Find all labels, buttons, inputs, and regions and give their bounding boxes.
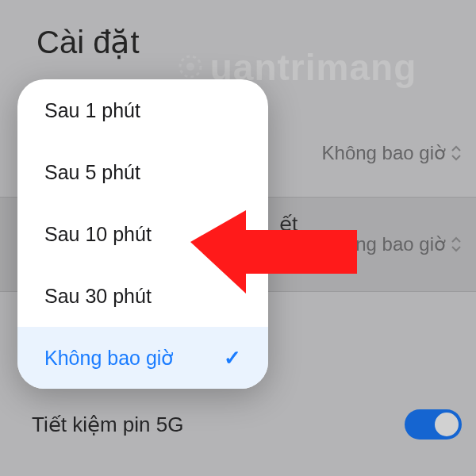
duration-picker-modal: Sau 1 phút Sau 5 phút Sau 10 phút Sau 30… — [17, 79, 268, 389]
option-label: Sau 1 phút — [44, 99, 140, 122]
option-label: Sau 30 phút — [44, 285, 152, 308]
option-10min[interactable]: Sau 10 phút — [17, 203, 268, 265]
option-5min[interactable]: Sau 5 phút — [17, 141, 268, 203]
option-never[interactable]: Không bao giờ ✓ — [17, 327, 268, 389]
option-label: Không bao giờ — [44, 347, 173, 370]
option-label: Sau 5 phút — [44, 161, 140, 184]
option-30min[interactable]: Sau 30 phút — [17, 265, 268, 327]
check-icon: ✓ — [224, 346, 241, 370]
option-1min[interactable]: Sau 1 phút — [17, 79, 268, 141]
option-label: Sau 10 phút — [44, 223, 152, 246]
